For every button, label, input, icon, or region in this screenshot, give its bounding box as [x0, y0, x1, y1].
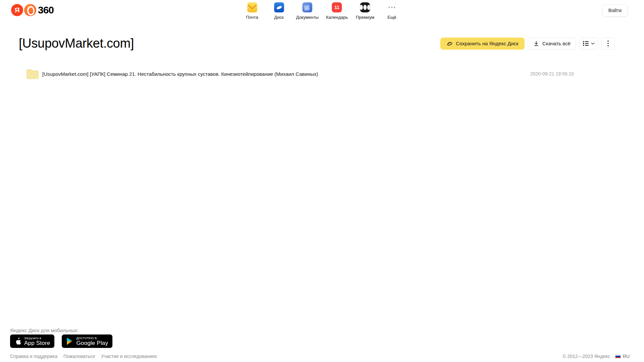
- nav-item-more[interactable]: Ещё: [382, 2, 402, 20]
- view-mode-button[interactable]: [579, 38, 598, 50]
- nav-label: Документы: [296, 15, 318, 20]
- file-modified-date: 2020-09-21 19:55:10: [530, 71, 574, 76]
- download-icon: [533, 41, 539, 47]
- google-play-icon: [66, 337, 73, 345]
- file-name-link: [UsupovMarket.com] [УАПК] Семинар 21. Не…: [42, 71, 524, 77]
- nav-label: Ещё: [388, 15, 397, 20]
- copyright-text: © 2012—2023 Яндекс: [562, 354, 610, 359]
- page-title: [UsupovMarket.com]: [19, 36, 134, 51]
- copyright-area: © 2012—2023 Яндекс RU: [562, 354, 630, 359]
- calendar-icon: 11: [332, 2, 342, 12]
- disk-saucer-icon: [446, 40, 453, 47]
- nav-item-disk[interactable]: Диск: [269, 2, 289, 20]
- download-button-label: Скачать всё: [542, 41, 571, 46]
- yandex-360-logo[interactable]: Я 360: [11, 4, 54, 16]
- russia-flag-icon: [615, 354, 621, 358]
- store-badges: Загрузите в App Store: [10, 334, 112, 348]
- mobile-apps-caption: Яндекс Диск для мобильных:: [10, 327, 79, 333]
- nav-item-documents[interactable]: Документы: [296, 2, 318, 20]
- disk-icon: [274, 2, 284, 12]
- footer-link-report[interactable]: Пожаловаться: [63, 354, 95, 359]
- app-store-label: App Store: [24, 340, 50, 346]
- calendar-day-badge: 11: [335, 5, 340, 10]
- footer-link-research[interactable]: Участие в исследованиях: [101, 354, 157, 359]
- nav-item-calendar[interactable]: 11 Календарь: [326, 2, 348, 20]
- file-row[interactable]: [UsupovMarket.com] [УАПК] Семинар 21. Не…: [0, 66, 644, 82]
- language-code: RU: [623, 354, 630, 359]
- google-play-label: Google Play: [76, 340, 108, 346]
- actions-toolbar: Сохранить на Яндекс Диск Скачать всё: [440, 38, 615, 50]
- save-button-label: Сохранить на Яндекс Диск: [456, 41, 518, 46]
- list-view-icon: [583, 41, 589, 46]
- folder-icon: [26, 68, 39, 80]
- download-all-button[interactable]: Скачать всё: [528, 38, 576, 50]
- 360-ring-icon: [24, 4, 36, 16]
- yandex-logo-icon: Я: [11, 4, 23, 16]
- more-icon: [387, 2, 397, 12]
- documents-icon: [302, 2, 312, 12]
- header: Я 360 Почта: [0, 0, 644, 21]
- title-row: [UsupovMarket.com] Сохранить на Яндекс Д…: [19, 36, 615, 51]
- app-store-badge[interactable]: Загрузите в App Store: [10, 334, 54, 348]
- nav-label: Премиум: [356, 15, 374, 20]
- apple-logo-icon: [14, 337, 21, 345]
- logo-360-text: 360: [38, 4, 54, 16]
- services-nav: Почта: [242, 2, 402, 20]
- language-switcher[interactable]: RU: [615, 354, 630, 359]
- yandex-disk-public-page: Я 360 Почта: [0, 0, 644, 362]
- app-store-caption: Загрузите в: [24, 337, 50, 340]
- nav-label: Диск: [274, 15, 284, 20]
- chevron-down-icon: [591, 42, 595, 45]
- login-button[interactable]: Войти: [602, 4, 628, 16]
- more-actions-button[interactable]: [601, 38, 615, 50]
- nav-label: Календарь: [326, 15, 348, 20]
- nav-item-mail[interactable]: Почта: [242, 2, 262, 20]
- mail-icon: [247, 2, 257, 12]
- kebab-menu-icon: [607, 41, 609, 47]
- premium-icon: [360, 2, 370, 12]
- footer-links: Справка и поддержка Пожаловаться Участие…: [10, 354, 157, 359]
- nav-label: Почта: [246, 15, 258, 20]
- save-to-disk-button[interactable]: Сохранить на Яндекс Диск: [440, 38, 525, 50]
- google-play-badge[interactable]: ДОСТУПНО В Google Play: [62, 334, 112, 348]
- footer-link-support[interactable]: Справка и поддержка: [10, 354, 57, 359]
- google-play-caption: ДОСТУПНО В: [76, 337, 108, 340]
- nav-item-premium[interactable]: Премиум: [355, 2, 375, 20]
